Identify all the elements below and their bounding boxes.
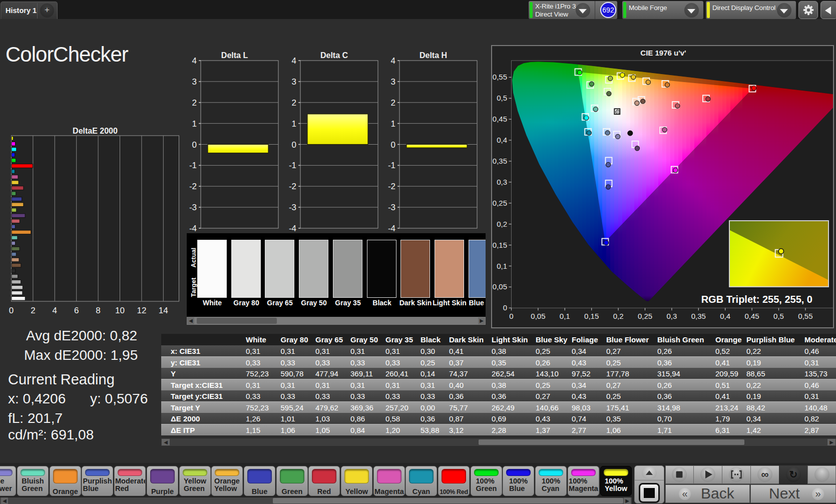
- svg-text:0: 0: [9, 306, 14, 315]
- svg-text:0,05: 0,05: [493, 282, 507, 291]
- svg-text:0,55: 0,55: [798, 312, 812, 320]
- svg-text:DeltaE 2000: DeltaE 2000: [73, 127, 118, 135]
- svg-text:-2: -2: [189, 182, 197, 191]
- svg-text:4: 4: [192, 56, 197, 66]
- svg-text:-4: -4: [289, 224, 296, 233]
- svg-text:0: 0: [503, 303, 507, 312]
- svg-text:0,3: 0,3: [497, 178, 507, 186]
- svg-text:3: 3: [192, 77, 197, 87]
- svg-text:Delta L: Delta L: [221, 51, 248, 60]
- svg-text:4: 4: [391, 56, 395, 66]
- svg-text:0: 0: [192, 140, 197, 150]
- svg-text:8: 8: [96, 306, 100, 315]
- svg-text:2: 2: [31, 306, 35, 315]
- svg-text:-4: -4: [388, 224, 395, 233]
- svg-text:12: 12: [137, 306, 146, 315]
- svg-text:0,15: 0,15: [493, 241, 507, 249]
- svg-text:↻: ↻: [789, 469, 798, 480]
- svg-text:1: 1: [192, 119, 197, 129]
- svg-text:0,2: 0,2: [497, 220, 507, 228]
- svg-text:0,05: 0,05: [531, 312, 545, 320]
- svg-text:0: 0: [509, 312, 513, 320]
- svg-text:0,45: 0,45: [493, 115, 507, 123]
- svg-text:3: 3: [292, 77, 296, 87]
- svg-text:-1: -1: [189, 161, 197, 170]
- svg-text:-2: -2: [388, 182, 395, 191]
- svg-text:-3: -3: [388, 203, 395, 212]
- svg-text:∞: ∞: [761, 468, 769, 480]
- svg-text:3: 3: [391, 77, 395, 87]
- svg-text:0,4: 0,4: [497, 136, 507, 144]
- svg-text:2: 2: [292, 98, 296, 108]
- svg-text:-2: -2: [289, 182, 296, 191]
- svg-text:Delta H: Delta H: [420, 51, 447, 60]
- svg-text:0,1: 0,1: [497, 262, 507, 270]
- svg-text:0,3: 0,3: [666, 312, 677, 320]
- svg-text:-1: -1: [388, 161, 395, 170]
- svg-text:0,35: 0,35: [691, 312, 706, 320]
- svg-text:RGB Triplet: 255, 255, 0: RGB Triplet: 255, 255, 0: [701, 294, 812, 305]
- svg-text:0,25: 0,25: [493, 199, 507, 207]
- svg-text:0,15: 0,15: [584, 312, 599, 320]
- svg-text:Delta C: Delta C: [320, 51, 348, 60]
- svg-text:0: 0: [391, 140, 395, 150]
- svg-text:0,2: 0,2: [613, 312, 624, 320]
- svg-text:1: 1: [292, 119, 296, 129]
- svg-text:-3: -3: [189, 203, 197, 212]
- svg-text:4: 4: [53, 306, 57, 315]
- svg-text:0,4: 0,4: [720, 312, 730, 320]
- svg-text:CIE 1976 u'v': CIE 1976 u'v': [640, 49, 686, 57]
- svg-text:0,5: 0,5: [497, 94, 507, 102]
- svg-text:0,1: 0,1: [560, 312, 570, 320]
- svg-text:4: 4: [292, 56, 296, 66]
- svg-text:0,45: 0,45: [744, 312, 759, 320]
- svg-text:0,55: 0,55: [493, 73, 507, 81]
- svg-text:14: 14: [159, 306, 168, 315]
- svg-text:10: 10: [115, 306, 125, 315]
- svg-text:2: 2: [192, 98, 197, 108]
- svg-text:0,5: 0,5: [773, 312, 784, 320]
- svg-text:-4: -4: [189, 224, 197, 233]
- svg-text:6: 6: [74, 306, 79, 315]
- svg-text:0: 0: [292, 140, 296, 150]
- svg-text:1: 1: [391, 119, 395, 129]
- svg-text:0,35: 0,35: [493, 157, 507, 165]
- svg-text:-3: -3: [289, 203, 296, 212]
- svg-text:2: 2: [391, 98, 395, 108]
- svg-text:-1: -1: [289, 161, 296, 170]
- svg-text:0,25: 0,25: [638, 312, 652, 320]
